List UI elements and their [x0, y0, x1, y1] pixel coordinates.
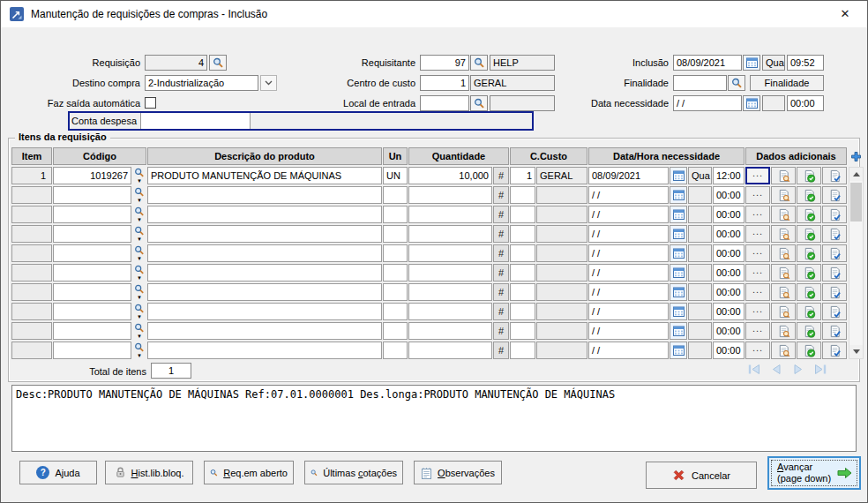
cell-hora[interactable]: 00:00 [713, 283, 745, 301]
cell-codigo[interactable] [53, 264, 131, 282]
cell-codigo[interactable] [53, 283, 131, 301]
item-description-area[interactable]: Desc:PRODUTO MANUTENÇÃO DE MÁQUINAS Ref:… [11, 385, 857, 452]
row-calendar-button[interactable] [670, 283, 687, 301]
dropdown-arrow-icon[interactable]: ▾ [138, 256, 141, 261]
doc-check-blue-button[interactable] [822, 225, 847, 243]
cell-descricao[interactable] [147, 206, 382, 223]
finalidade-button[interactable]: Finalidade [750, 75, 824, 91]
finalidade-field[interactable] [673, 75, 727, 91]
cell-codigo[interactable] [53, 244, 131, 262]
cell-ccusto-codigo[interactable] [510, 225, 535, 243]
cell-item[interactable] [11, 322, 52, 340]
finalidade-search-button[interactable] [728, 75, 745, 91]
row-calendar-button[interactable] [670, 264, 687, 282]
cell-un[interactable] [383, 206, 408, 223]
cell-hora[interactable]: 00:00 [713, 206, 745, 223]
cell-descricao[interactable]: PRODUTO MANUTENÇÃO DE MÁQUINAS [147, 167, 382, 184]
cell-hora[interactable]: 00:00 [713, 225, 745, 243]
req-em-aberto-button[interactable]: Req.em aberto [204, 461, 294, 484]
cell-codigo[interactable]: 1019267 [53, 167, 131, 184]
header-descricao[interactable]: Descrição do produto [147, 147, 382, 165]
cell-item[interactable] [11, 264, 52, 282]
data-necessidade-date-field[interactable]: / / [673, 95, 742, 111]
doc-check-blue-button[interactable] [822, 206, 847, 223]
cell-un[interactable]: UN [383, 167, 408, 184]
doc-preview-button[interactable] [771, 283, 796, 301]
cell-quantidade[interactable] [408, 264, 492, 282]
quantity-detail-button[interactable]: # [493, 186, 509, 204]
cell-data[interactable]: / / [588, 264, 669, 282]
header-item[interactable]: Item [11, 147, 52, 165]
cell-data[interactable]: / / [588, 303, 669, 320]
quantity-detail-button[interactable]: # [493, 206, 509, 223]
row-more-button[interactable]: ... [745, 342, 770, 359]
add-row-button[interactable] [849, 149, 864, 164]
cell-data[interactable]: / / [588, 186, 669, 204]
dropdown-arrow-icon[interactable]: ▾ [138, 314, 141, 319]
cell-descricao[interactable] [147, 186, 382, 204]
dropdown-arrow-icon[interactable]: ▾ [138, 236, 141, 242]
quantity-detail-button[interactable]: # [493, 283, 509, 301]
doc-preview-button[interactable] [771, 322, 796, 340]
header-dados-adicionais[interactable]: Dados adicionais [745, 147, 847, 165]
row-more-button[interactable]: ... [745, 167, 770, 184]
requisitante-search-button[interactable] [470, 55, 488, 71]
cell-item[interactable] [11, 283, 52, 301]
doc-preview-button[interactable] [771, 244, 796, 262]
row-calendar-button[interactable] [670, 225, 687, 243]
nav-prev-icon[interactable] [768, 363, 784, 376]
cell-data[interactable]: / / [588, 244, 669, 262]
cell-descricao[interactable] [147, 283, 382, 301]
cell-hora[interactable]: 00:00 [713, 264, 745, 282]
cell-ccusto-codigo[interactable] [510, 206, 535, 223]
cell-item[interactable] [11, 186, 52, 204]
dropdown-arrow-icon[interactable]: ▾ [138, 198, 141, 203]
cell-un[interactable] [383, 244, 408, 262]
doc-check-green-button[interactable] [797, 322, 821, 340]
header-data-hora[interactable]: Data/Hora necessidade [588, 147, 745, 165]
cell-ccusto-codigo[interactable] [510, 303, 535, 320]
quantity-detail-button[interactable]: # [493, 225, 509, 243]
grid-scrollbar[interactable] [849, 167, 864, 359]
requisitante-code-field[interactable]: 97 [420, 55, 469, 71]
cell-un[interactable] [383, 225, 408, 243]
cell-data[interactable]: / / [588, 283, 669, 301]
doc-check-green-button[interactable] [797, 206, 821, 223]
header-un[interactable]: Un [383, 147, 408, 165]
cell-descricao[interactable] [147, 264, 382, 282]
doc-check-blue-button[interactable] [822, 342, 847, 359]
faz-saida-checkbox[interactable] [145, 97, 156, 109]
cell-codigo[interactable] [53, 225, 131, 243]
cell-hora[interactable]: 00:00 [713, 322, 745, 340]
dropdown-arrow-icon[interactable]: ▾ [138, 295, 141, 300]
quantity-detail-button[interactable]: # [493, 322, 509, 340]
doc-check-green-button[interactable] [797, 225, 821, 243]
data-necessidade-time-field[interactable]: 00:00 [787, 95, 824, 111]
ultimas-cotacoes-button[interactable]: Últimas cotações [304, 461, 403, 484]
conta-despesa-input[interactable] [140, 113, 251, 129]
row-calendar-button[interactable] [670, 322, 687, 340]
help-button[interactable]: ? Ajuda [19, 461, 97, 484]
cell-hora[interactable]: 00:00 [713, 244, 745, 262]
cell-un[interactable] [383, 322, 408, 340]
doc-check-blue-button[interactable] [822, 283, 847, 301]
cancel-button[interactable]: Cancelar [646, 462, 757, 489]
cell-ccusto-codigo[interactable] [510, 186, 535, 204]
cell-ccusto-codigo[interactable]: 1 [510, 167, 535, 184]
row-more-button[interactable]: ... [745, 264, 770, 282]
cell-descricao[interactable] [147, 342, 382, 359]
header-quantidade[interactable]: Quantidade [408, 147, 509, 165]
scroll-down-button[interactable] [849, 345, 863, 358]
header-codigo[interactable]: Código [53, 147, 146, 165]
quantity-detail-button[interactable]: # [493, 303, 509, 320]
observacoes-button[interactable]: Observações [414, 461, 502, 484]
doc-check-blue-button[interactable] [822, 167, 847, 184]
quantity-detail-button[interactable]: # [493, 342, 509, 359]
header-ccusto[interactable]: C.Custo [510, 147, 587, 165]
doc-check-blue-button[interactable] [822, 322, 847, 340]
row-calendar-button[interactable] [670, 303, 687, 320]
cell-ccusto-codigo[interactable] [510, 342, 535, 359]
doc-preview-button[interactable] [771, 342, 796, 359]
requisicao-search-button[interactable] [209, 55, 227, 71]
doc-preview-button[interactable] [771, 186, 796, 204]
